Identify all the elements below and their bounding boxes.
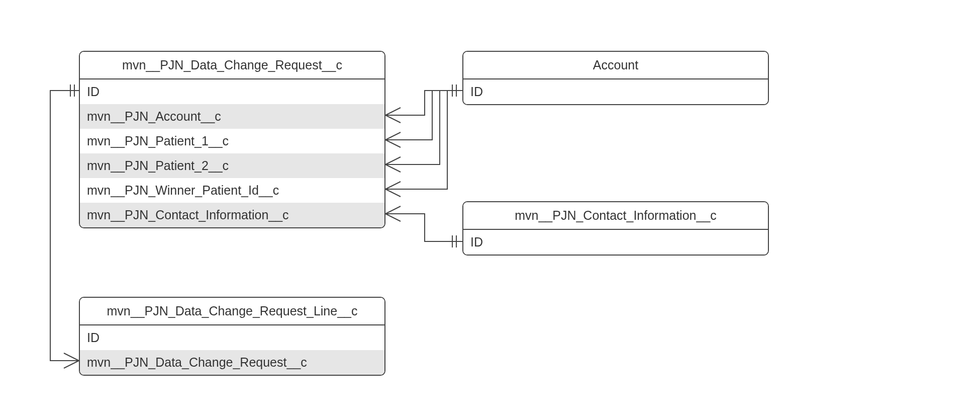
rel-dcr-winner: [385, 91, 447, 189]
rel-dcrline-dcr: [50, 91, 79, 361]
entity-dcr: mvn__PJN_Data_Change_Request__c ID mvn__…: [79, 51, 385, 228]
rel-dcr-patient1-crow1: [385, 132, 401, 140]
rel-dcr-contactinfo: [385, 214, 462, 241]
entity-dcrline-row-0: ID: [80, 325, 384, 350]
entity-dcr-row-2: mvn__PJN_Patient_1__c: [80, 129, 384, 153]
rel-dcr-contactinfo-crow2: [385, 214, 401, 221]
rel-dcr-winner-crow2: [385, 189, 401, 197]
rel-dcrline-dcr-crow2: [64, 361, 79, 368]
entity-dcr-row-5: mvn__PJN_Contact_Information__c: [80, 203, 384, 227]
rel-dcr-contactinfo-crow1: [385, 206, 401, 214]
entity-dcr-row-1: mvn__PJN_Account__c: [80, 104, 384, 129]
entity-dcr-title: mvn__PJN_Data_Change_Request__c: [80, 52, 384, 79]
rel-dcr-patient1-crow2: [385, 140, 401, 147]
entity-dcr-row-3: mvn__PJN_Patient_2__c: [80, 153, 384, 178]
entity-dcrline-title: mvn__PJN_Data_Change_Request_Line__c: [80, 298, 384, 325]
entity-account-row-0: ID: [463, 79, 768, 104]
rel-dcr-winner-crow1: [385, 182, 401, 189]
rel-dcr-account-crow2: [385, 115, 401, 123]
rel-dcr-account-crow1: [385, 108, 401, 115]
entity-contactinfo: mvn__PJN_Contact_Information__c ID: [462, 201, 769, 256]
entity-dcrline-row-1: mvn__PJN_Data_Change_Request__c: [80, 350, 384, 375]
entity-account-title: Account: [463, 52, 768, 79]
rel-dcrline-dcr-crow1: [64, 353, 79, 361]
entity-contactinfo-title: mvn__PJN_Contact_Information__c: [463, 202, 768, 230]
entity-account: Account ID: [462, 51, 769, 105]
rel-dcr-patient2-crow2: [385, 164, 401, 172]
entity-dcr-row-4: mvn__PJN_Winner_Patient_Id__c: [80, 178, 384, 203]
entity-dcrline: mvn__PJN_Data_Change_Request_Line__c ID …: [79, 297, 385, 376]
rel-dcr-account: [385, 91, 462, 115]
entity-dcr-row-0: ID: [80, 79, 384, 104]
entity-contactinfo-row-0: ID: [463, 230, 768, 255]
rel-dcr-patient1: [385, 91, 432, 140]
rel-dcr-patient2: [385, 91, 440, 164]
rel-dcr-patient2-crow1: [385, 157, 401, 164]
